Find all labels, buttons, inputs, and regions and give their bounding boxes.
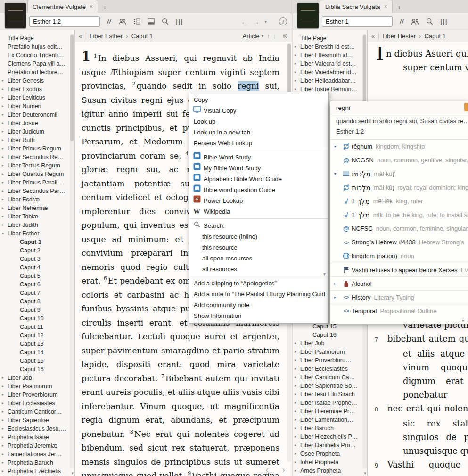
new-tab-button[interactable]: +: [98, 3, 112, 13]
sidebar-item[interactable]: ▸Liber Sapientiæ: [0, 416, 74, 425]
expand-triangle-icon[interactable]: ▸: [2, 187, 7, 195]
sidebar-item[interactable]: ▸Liber Canticum Ca…: [293, 373, 367, 382]
context-menu-item[interactable]: Bible Word Study: [189, 152, 328, 163]
breadcrumb-book[interactable]: Liber Esther: [90, 33, 123, 40]
sidebar-item[interactable]: ▸Liber Deuteronomii: [0, 110, 74, 119]
scrollbar-thumb[interactable]: [70, 35, 74, 141]
sidebar-item[interactable]: ▸Liber Ecclesiastes: [0, 399, 74, 408]
context-menu-item[interactable]: this resource: [189, 242, 328, 253]
sidebar-item[interactable]: ▸Liber Job: [293, 339, 367, 348]
sidebar-item[interactable]: Caput 3: [0, 255, 74, 263]
expand-triangle-icon[interactable]: ▸: [334, 282, 341, 286]
sidebar-item[interactable]: ▸Liber Baruch: [293, 424, 367, 433]
sidebar-item[interactable]: ▸Lamentationes Jer…: [0, 450, 74, 459]
expand-triangle-icon[interactable]: ▸: [2, 170, 7, 178]
expand-triangle-icon[interactable]: ▸: [2, 382, 7, 391]
expand-triangle-icon[interactable]: ▸: [295, 407, 300, 416]
expand-triangle-icon[interactable]: ▸: [295, 373, 300, 382]
expand-triangle-icon[interactable]: ▸: [2, 433, 7, 442]
sidebar-item[interactable]: ▸Liber Ecclesiastes: [293, 365, 367, 373]
expand-triangle-icon[interactable]: ▸: [295, 51, 300, 59]
sidebar-item[interactable]: ▸Prophetia Jeremiæ: [0, 442, 74, 450]
info-row[interactable]: kingdom (nation)noun: [330, 249, 468, 263]
expand-triangle-icon[interactable]: ▸: [295, 59, 300, 68]
expand-triangle-icon[interactable]: ▸: [295, 42, 300, 51]
collapse-triangle-icon[interactable]: ▾: [334, 144, 341, 149]
info-row[interactable]: מַלְכוּתmǎl·kûṯroyal; royal dominion; ki…: [330, 181, 468, 194]
context-menu-item[interactable]: this resource (inline): [189, 231, 328, 242]
popup-scroll-down-icon[interactable]: ▾: [462, 318, 464, 323]
sidebar-item[interactable]: Caput 7: [0, 289, 74, 297]
expand-triangle-icon[interactable]: ▸: [2, 153, 7, 161]
context-menu-item[interactable]: Add a clipping to “Apologetics”: [189, 278, 328, 289]
expand-triangle-icon[interactable]: ▸: [295, 467, 300, 475]
sidebar-item[interactable]: ▸Liber Vaiedabber id…: [293, 68, 367, 76]
sidebar-item[interactable]: ▸Liber Primus Regum: [0, 144, 74, 153]
sidebar-item[interactable]: ▸Liber Primus Parali…: [0, 178, 74, 187]
sidebar-item[interactable]: ▸Liber Secundus Par…: [0, 187, 74, 195]
sidebar-item[interactable]: Caput 6: [0, 280, 74, 289]
expand-triangle-icon[interactable]: ▸: [2, 212, 7, 221]
tab-close-icon[interactable]: ×: [90, 3, 93, 10]
expand-triangle-icon[interactable]: ▸: [2, 144, 7, 153]
sidebar-item[interactable]: Ex Concilio Tridenti…: [0, 51, 74, 59]
context-menu-item[interactable]: Visual Copy: [189, 105, 328, 116]
sidebar-item[interactable]: ▸Prophetia Ezechielis: [0, 467, 74, 476]
tab-clementine-vulgate[interactable]: Clementine Vulgate ×: [27, 0, 98, 13]
display-settings-icon[interactable]: [148, 18, 155, 25]
expand-triangle-icon[interactable]: ▸: [2, 442, 7, 450]
sidebar-item[interactable]: Caput 16: [0, 365, 74, 374]
sidebar-item[interactable]: ▸Liber Exodus: [0, 85, 74, 93]
expand-triangle-icon[interactable]: ▸: [2, 399, 7, 408]
people-icon[interactable]: [118, 18, 126, 25]
sidebar-item[interactable]: ▸Liber Ruth: [0, 136, 74, 144]
sidebar-item[interactable]: Caput 16: [293, 331, 367, 339]
sidebar-item[interactable]: ▸Prophetia Baruch: [0, 459, 74, 467]
expand-triangle-icon[interactable]: ▸: [334, 295, 341, 300]
info-icon[interactable]: i: [279, 17, 287, 25]
expand-triangle-icon[interactable]: ▸: [295, 416, 300, 424]
sidebar-item[interactable]: Caput 1: [0, 238, 74, 246]
context-menu-item[interactable]: Add community note: [189, 300, 328, 310]
tab-biblia-sacra-vulgata[interactable]: Biblia Sacra Vulgata ×: [320, 0, 393, 13]
left-sidebar-scrollbar[interactable]: [70, 34, 74, 468]
sidebar-item[interactable]: ▸Liber Genesis: [0, 76, 74, 85]
sidebar-item[interactable]: ▸Liber Iesu Filii Sirach: [293, 390, 367, 399]
expand-triangle-icon[interactable]: ▸: [295, 365, 300, 373]
sidebar-item[interactable]: Clemens Papa viii a…: [0, 59, 74, 68]
sidebar-item[interactable]: ▸Liber Quartus Regum: [0, 170, 74, 178]
breadcrumb-chapter[interactable]: Caput 1: [424, 33, 446, 40]
expand-triangle-icon[interactable]: ▸: [2, 195, 7, 204]
info-row[interactable]: Vashti refuses to appear before XerxesEv…: [330, 263, 468, 276]
sidebar-item[interactable]: Præfatio hujus edit…: [0, 42, 74, 51]
expand-triangle-icon[interactable]: ▸: [2, 110, 7, 119]
expand-triangle-icon[interactable]: ▸: [2, 204, 7, 212]
new-tab-button[interactable]: +: [393, 3, 406, 13]
sidebar-item[interactable]: ▸Liber Numeri: [0, 102, 74, 110]
collapse-sidebar-button[interactable]: «: [371, 33, 379, 40]
expand-triangle-icon[interactable]: ▸: [2, 467, 7, 476]
next-article-button[interactable]: ↓: [273, 33, 277, 40]
sidebar-item[interactable]: ▸Ecclesiasticus Jesu,…: [0, 425, 74, 433]
sidebar-item[interactable]: Title Page: [293, 34, 367, 42]
context-menu-item[interactable]: Search:: [189, 220, 328, 231]
expand-triangle-icon[interactable]: ▸: [295, 450, 300, 458]
expand-triangle-icon[interactable]: ▸: [2, 408, 7, 416]
sidebar-item[interactable]: ▸Liber Lamentation…: [293, 416, 367, 424]
collapse-triangle-icon[interactable]: ▾: [334, 172, 341, 176]
expand-triangle-icon[interactable]: ▸: [295, 424, 300, 433]
sidebar-item[interactable]: ▸Liber Helleaddabar…: [293, 76, 367, 85]
sidebar-item[interactable]: ▸Liber Hieremiae Pr…: [293, 407, 367, 416]
sidebar-item[interactable]: Caput 14: [0, 348, 74, 357]
expand-triangle-icon[interactable]: ▸: [2, 425, 7, 433]
breadcrumb-book[interactable]: Liber Hester: [382, 33, 416, 40]
sidebar-item[interactable]: ▾Liber Esther: [0, 229, 74, 238]
tab-close-icon[interactable]: ×: [384, 3, 387, 10]
context-menu-item[interactable]: Alphabetic Bible Word Guide: [189, 174, 328, 184]
sidebar-item[interactable]: Caput 4: [0, 263, 74, 272]
sidebar-item[interactable]: ▸Liber Leviticus: [0, 93, 74, 102]
expand-triangle-icon[interactable]: ▸: [2, 450, 7, 459]
context-menu-item[interactable]: Perseus Web Lookup: [189, 138, 328, 149]
expand-triangle-icon[interactable]: ▸: [295, 356, 300, 365]
sidebar-item[interactable]: ▸Liber Esdræ: [0, 195, 74, 204]
